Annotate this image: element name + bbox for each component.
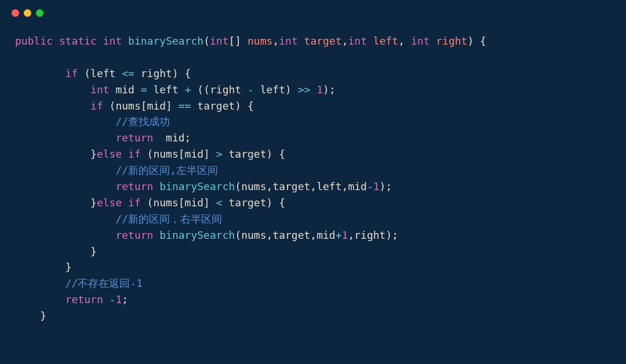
condition: (nums[mid] [103,100,179,112]
op-le: <= [122,67,134,79]
space [153,229,159,241]
comment: //查找成功 [15,115,170,128]
minimize-icon[interactable] [24,9,31,17]
number: 1 [373,180,380,192]
keyword-else-if: else if [97,148,141,160]
keyword-return: return [15,180,153,192]
condition: (nums[mid] [141,196,216,209]
line-end: ); [380,180,392,192]
text: mid; [153,132,191,144]
condition: (nums[mid] [141,148,216,160]
condition: target) { [223,196,285,209]
param-right: right [436,35,467,47]
op-minus: - [110,293,116,305]
type-int: int [348,35,367,47]
number: 1 [115,293,122,305]
maximize-icon[interactable] [36,9,43,17]
code-area: public static int binarySearch(int[] num… [0,21,626,336]
number: 1 [316,83,323,96]
condition: target) { [191,100,253,112]
keyword-return: return [15,229,153,241]
param-left: left [373,35,398,47]
number: 1 [342,229,348,241]
keyword-public: public [15,35,53,47]
op-eqeq: == [179,100,191,112]
type-int: int [411,35,430,47]
brace: } [15,148,97,160]
text: mid [110,83,141,96]
code-window: public static int binarySearch(int[] num… [0,0,626,364]
param-target: target [304,35,342,47]
op-minus: - [367,180,373,192]
text: left [147,83,185,96]
keyword-static: static [59,35,97,47]
type-int: int [279,35,298,47]
brace-close: } [15,261,72,273]
condition: target) { [223,148,285,160]
args: ,right); [348,229,398,241]
keyword-if: if [15,67,78,79]
op-shr: >> [298,83,311,96]
keyword-return: return [15,132,153,144]
space [310,83,316,96]
close-icon[interactable] [12,9,19,17]
text: ((right [191,83,248,96]
brackets: [] [229,35,248,47]
keyword-return: return [15,293,103,305]
function-call: binarySearch [159,229,235,241]
comma: , [342,35,348,47]
function-name: binarySearch [128,35,203,47]
space [103,293,110,305]
line-end: ); [323,83,336,96]
comma: , [398,35,411,47]
keyword-else-if: else if [97,196,141,209]
brace-close: } [15,245,97,257]
condition: (left [78,67,122,79]
comment: //新的区间,左半区间 [15,164,218,176]
brace: } [15,196,97,209]
comment: //不存在返回-1 [15,277,143,289]
param-nums: nums [248,35,272,47]
condition: right) { [134,67,191,79]
semicolon: ; [122,293,128,305]
titlebar [0,0,626,21]
brace-close: } [15,310,46,322]
args: (nums,target,left,mid [235,180,367,192]
op-minus: - [248,83,254,96]
op-gt: > [216,148,223,160]
args: (nums,target,mid [235,229,335,241]
op-lt: < [216,196,223,209]
type-int: int [103,35,122,47]
type-int: int [15,83,110,96]
paren-brace: ) { [467,35,486,47]
space [153,180,159,192]
comment: //新的区间，右半区间 [15,213,222,225]
op-eq: = [141,83,147,96]
comma: , [272,35,279,47]
keyword-if: if [15,100,103,112]
function-call: binarySearch [159,180,235,192]
op-plus: + [185,83,191,96]
op-plus: + [336,229,342,241]
text: left) [254,83,298,96]
type-int: int [210,35,229,47]
